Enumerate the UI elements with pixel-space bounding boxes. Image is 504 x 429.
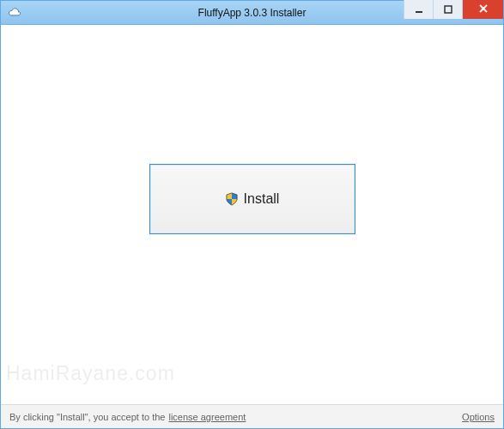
svg-rect-1	[445, 6, 452, 13]
install-button[interactable]: Install	[149, 164, 355, 234]
uac-shield-icon	[225, 192, 239, 206]
install-button-label: Install	[244, 191, 280, 207]
maximize-icon	[444, 4, 452, 15]
minimize-icon	[415, 4, 423, 15]
cloud-icon	[8, 6, 21, 20]
maximize-button[interactable]	[433, 0, 462, 19]
client-area: Install HamiRayane.com	[1, 25, 503, 404]
footer: By clicking "Install", you accept to the…	[1, 404, 503, 428]
watermark-text: HamiRayane.com	[6, 362, 175, 385]
installer-window: FluffyApp 3.0.3 Installer	[0, 0, 504, 429]
minimize-button[interactable]	[404, 0, 433, 19]
titlebar[interactable]: FluffyApp 3.0.3 Installer	[1, 1, 503, 25]
svg-rect-0	[416, 11, 422, 13]
close-icon	[478, 3, 489, 16]
license-agreement-link[interactable]: license agreement	[168, 412, 246, 422]
options-link[interactable]: Options	[462, 412, 495, 422]
legal-text: By clicking "Install", you accept to the…	[9, 412, 246, 422]
close-button[interactable]	[462, 0, 503, 19]
legal-prefix: By clicking "Install", you accept to the	[9, 412, 165, 422]
window-controls	[404, 1, 503, 24]
